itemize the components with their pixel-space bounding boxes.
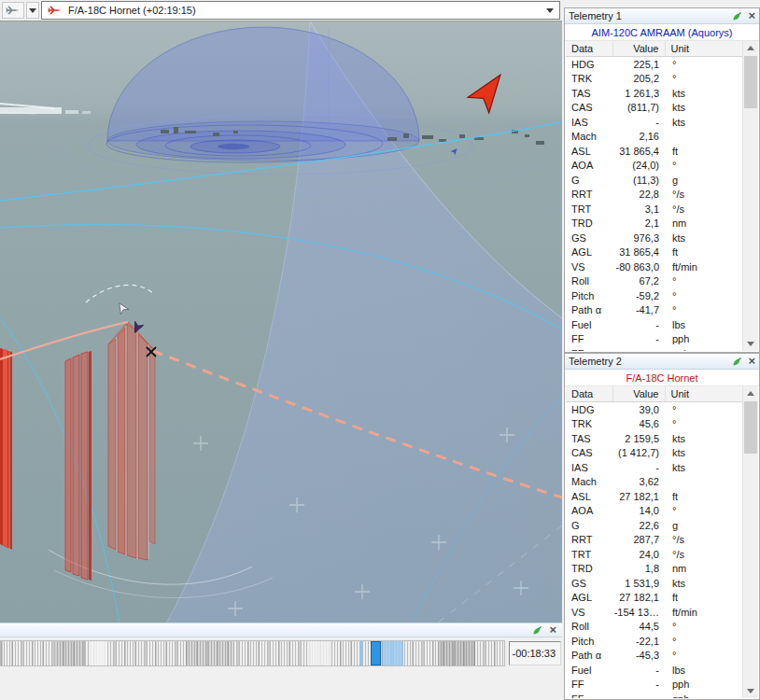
scroll-down-arrow-icon[interactable] xyxy=(743,684,758,698)
col-header-unit: Unit xyxy=(665,386,744,402)
telemetry-table: Data Value Unit HDG39,0°TRK45,6°TAS2 159… xyxy=(566,386,745,698)
cell: 22,8 xyxy=(612,188,665,203)
cell: ° xyxy=(665,57,744,72)
main-pane: F/A-18C Hornet (+02:19:15) xyxy=(0,0,562,700)
table-row: ASL31 865,4ft xyxy=(566,144,744,159)
cell: -22,1 xyxy=(612,634,665,649)
cell: Pitch xyxy=(566,288,612,303)
cell: 22,6 xyxy=(612,518,665,533)
timeline-time-display: -00:18:33 xyxy=(509,641,561,665)
cell: ft/min xyxy=(665,259,744,274)
cell: kts xyxy=(665,231,744,245)
cell: VS xyxy=(566,605,612,620)
cell: RRT xyxy=(566,533,612,548)
table-row: FF-pph xyxy=(566,678,744,693)
cell: 976,3 xyxy=(612,231,665,245)
scroll-up-arrow-icon[interactable] xyxy=(743,386,758,400)
cell: 2 159,5 xyxy=(612,431,665,446)
detach-panel-icon[interactable] xyxy=(732,11,742,21)
aircraft-icon xyxy=(6,6,21,15)
table-row: TRT3,1°/s xyxy=(566,202,744,217)
timeline-scrubber[interactable] xyxy=(0,640,505,666)
cell: ° xyxy=(665,303,744,318)
timeline-event-band xyxy=(383,641,403,665)
detach-panel-icon[interactable] xyxy=(732,357,742,367)
cell: VS xyxy=(566,259,612,274)
close-icon[interactable]: × xyxy=(748,357,755,366)
close-icon[interactable]: × xyxy=(549,625,556,635)
table-row: Roll67,2° xyxy=(566,274,744,289)
scrollbar-thumb[interactable] xyxy=(744,56,757,108)
cell: Roll xyxy=(566,274,612,289)
cell: 39,0 xyxy=(612,402,665,417)
col-header-data: Data xyxy=(566,41,612,57)
cell: Roll xyxy=(566,620,612,635)
cell: Fuel xyxy=(566,317,612,332)
cell: TRD xyxy=(566,217,612,231)
viewport-3d[interactable] xyxy=(0,21,562,623)
table-row: Mach3,62 xyxy=(566,475,744,490)
cell: kts xyxy=(665,115,744,130)
table-row: Roll44,5° xyxy=(566,620,744,635)
cell: Fuel xyxy=(566,663,612,678)
cell: 225,1 xyxy=(612,57,665,72)
cell: Pitch xyxy=(566,634,612,649)
timeline-position-marker[interactable] xyxy=(371,641,381,665)
cell: 14,0 xyxy=(612,504,665,519)
table-row: AOA(24,0)° xyxy=(566,159,744,174)
cell: ° xyxy=(665,634,744,649)
table-row: Pitch-59,2° xyxy=(566,288,744,303)
current-time-text: -00:18:33 xyxy=(513,648,556,659)
table-row: Path α-41,7° xyxy=(566,303,744,318)
cell: RRT xyxy=(566,188,612,203)
cell: - xyxy=(612,317,665,332)
cell: -80 863,0 xyxy=(612,259,665,274)
table-row: TRD1,8nm xyxy=(566,562,744,577)
cell: nm xyxy=(665,217,744,231)
cell: °/s xyxy=(665,533,744,548)
vertical-scrollbar[interactable] xyxy=(742,386,758,698)
cell: (1 412,7) xyxy=(612,446,665,461)
cell: TRK xyxy=(566,72,612,87)
cell: ft xyxy=(665,144,744,159)
detach-panel-icon[interactable] xyxy=(532,625,542,636)
panel-header: Telemetry 1 × xyxy=(565,8,759,24)
cell: -41,7 xyxy=(612,303,665,318)
telemetry-panel-2: Telemetry 2 × F/A-18C Hornet Data Value … xyxy=(564,353,760,700)
cell: FF xyxy=(566,346,612,351)
cell: nm xyxy=(665,562,744,577)
cell: TRT xyxy=(566,547,612,562)
cell: G xyxy=(566,173,612,188)
cell: ASL xyxy=(566,489,612,504)
table-row: ASL27 182,1ft xyxy=(566,489,744,504)
table-row: G22,6g xyxy=(566,518,744,533)
scene-svg xyxy=(0,21,562,623)
timeline-quiet-band xyxy=(91,641,107,665)
cell: 3,1 xyxy=(612,202,665,217)
cell: 31 865,4 xyxy=(612,144,665,159)
selected-aircraft-icon xyxy=(48,6,63,15)
camera-mode-button[interactable] xyxy=(2,2,24,19)
scroll-up-arrow-icon[interactable] xyxy=(743,41,758,55)
table-row: TRK205,2° xyxy=(566,72,744,87)
table-row: RRT287,7°/s xyxy=(566,533,744,548)
cell: ° xyxy=(665,159,744,174)
timeline-panel-header: × xyxy=(0,623,562,637)
cell: -59,2 xyxy=(612,288,665,303)
cell: 1,8 xyxy=(612,562,665,577)
scrollbar-thumb[interactable] xyxy=(744,401,757,454)
cell: (11,3) xyxy=(612,173,665,188)
cell: gph xyxy=(665,346,744,351)
table-row: GS976,3kts xyxy=(566,231,744,245)
scroll-down-arrow-icon[interactable] xyxy=(743,337,758,351)
telemetry-table: Data Value Unit HDG225,1°TRK205,2°TAS1 2… xyxy=(566,41,745,351)
object-selector-combobox[interactable]: F/A-18C Hornet (+02:19:15) xyxy=(41,1,560,20)
cell: ft/min xyxy=(665,605,744,620)
cell: 287,7 xyxy=(612,533,665,548)
cell: 31 865,4 xyxy=(612,245,665,260)
timeline-event-mark xyxy=(359,641,362,665)
cell: (24,0) xyxy=(612,159,665,174)
camera-mode-dropdown-button[interactable] xyxy=(26,2,39,19)
vertical-scrollbar[interactable] xyxy=(742,41,758,351)
close-icon[interactable]: × xyxy=(748,11,755,21)
